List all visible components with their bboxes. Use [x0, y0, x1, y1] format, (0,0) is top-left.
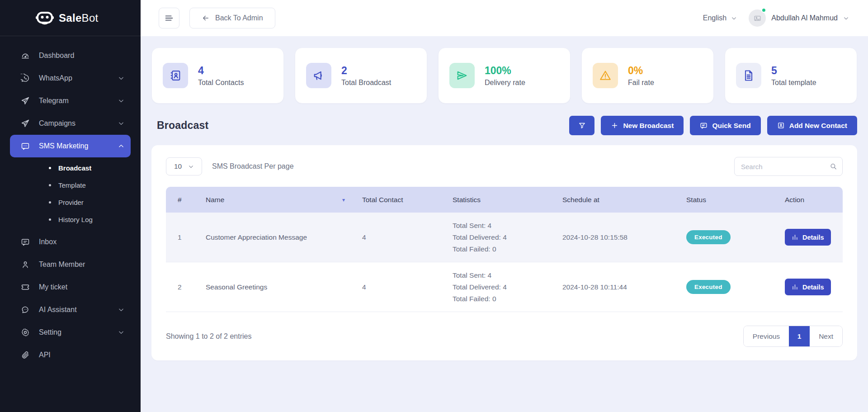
- per-page-value: 10: [174, 162, 182, 170]
- user-menu[interactable]: Abdullah Al Mahmud: [749, 9, 849, 27]
- total-delivered: Total Delivered: 4: [453, 232, 553, 243]
- sidebar-item-inbox[interactable]: Inbox: [10, 231, 131, 253]
- brand-logo[interactable]: SaleBot: [0, 0, 141, 36]
- table-footer: Showing 1 to 2 of 2 entries Previous 1 N…: [166, 326, 843, 347]
- back-to-admin-label: Back To Admin: [215, 14, 263, 22]
- stat-value: 0%: [628, 64, 654, 77]
- entries-summary: Showing 1 to 2 of 2 entries: [166, 332, 251, 341]
- column-header-action: Action: [780, 196, 843, 204]
- team-icon: [21, 260, 30, 269]
- column-header-schedule-at: Schedule at: [558, 196, 682, 204]
- broadcast-name: Customer Appreciation Message: [201, 233, 358, 242]
- bar-chart-icon: [792, 234, 798, 241]
- bar-chart-icon: [792, 284, 798, 290]
- details-label: Details: [802, 284, 824, 291]
- document-icon: [736, 63, 761, 88]
- column-header-total-contact: Total Contact: [358, 196, 448, 204]
- details-button[interactable]: Details: [785, 229, 831, 246]
- schedule-at-value: 2024-10-28 10:15:58: [558, 233, 682, 242]
- chevron-down-icon: [118, 98, 124, 104]
- plus-icon: [611, 122, 618, 129]
- chevron-down-icon: [118, 307, 124, 313]
- column-header-index: #: [166, 196, 201, 204]
- chevron-down-icon: [118, 75, 124, 81]
- total-failed: Total Failed: 0: [453, 243, 553, 255]
- next-page-button[interactable]: Next: [810, 326, 842, 346]
- contact-card-icon: [777, 122, 785, 129]
- image-placeholder-icon: [754, 14, 761, 22]
- add-new-contact-button[interactable]: Add New Contact: [767, 116, 857, 135]
- section-head: Broadcast New Broadcast Quick Send: [157, 116, 857, 135]
- funnel-icon: [578, 122, 586, 129]
- submenu-item-template[interactable]: Template: [10, 176, 131, 194]
- sidebar-item-setting[interactable]: Setting: [10, 321, 131, 344]
- sidebar-item-label: Telegram: [39, 97, 118, 105]
- search-icon: [830, 163, 837, 170]
- ticket-icon: [21, 283, 30, 292]
- inbox-icon: [21, 237, 30, 246]
- details-button[interactable]: Details: [785, 279, 831, 295]
- sidebar-item-team-member[interactable]: Team Member: [10, 253, 131, 276]
- submenu-item-provider[interactable]: Provider: [10, 194, 131, 211]
- stat-card-delivery-rate: 100% Delivery rate: [438, 47, 571, 104]
- telegram-icon: [21, 96, 30, 105]
- per-page-select[interactable]: 10: [166, 157, 202, 175]
- sidebar-item-whatsapp[interactable]: WhatsApp: [10, 67, 131, 90]
- sidebar-item-my-ticket[interactable]: My ticket: [10, 276, 131, 298]
- sidebar-item-ai-assistant[interactable]: AI Assistant: [10, 298, 131, 321]
- sidebar-item-telegram[interactable]: Telegram: [10, 90, 131, 112]
- gear-icon: [21, 328, 30, 337]
- total-sent: Total Sent: 4: [453, 270, 553, 281]
- sidebar-item-sms-marketing[interactable]: SMS Marketing: [10, 135, 131, 157]
- submenu-label: Broadcast: [58, 164, 91, 172]
- sidebar-item-api[interactable]: API: [10, 344, 131, 366]
- back-to-admin-button[interactable]: Back To Admin: [189, 8, 275, 28]
- app-root: SaleBot Dashboard WhatsApp Telegram Camp…: [0, 0, 868, 412]
- new-broadcast-label: New Broadcast: [623, 122, 674, 130]
- top-bar: Back To Admin English Abdullah Al Mahmud: [141, 0, 868, 36]
- online-status-dot: [761, 8, 766, 13]
- total-delivered: Total Delivered: 4: [453, 281, 553, 293]
- contacts-book-icon: [163, 63, 188, 88]
- sidebar-item-label: Inbox: [39, 238, 124, 246]
- submenu-item-broadcast[interactable]: Broadcast: [10, 159, 131, 176]
- chevron-up-icon: [118, 143, 124, 149]
- filter-button[interactable]: [569, 116, 594, 135]
- stat-card-fail-rate: 0% Fail rate: [581, 47, 714, 104]
- schedule-at-value: 2024-10-28 10:11:44: [558, 283, 682, 291]
- page-1-button[interactable]: 1: [789, 326, 810, 346]
- send-icon: [449, 63, 475, 88]
- table-row: 1 Customer Appreciation Message 4 Total …: [166, 213, 843, 262]
- language-selector[interactable]: English: [703, 14, 737, 22]
- quick-send-button[interactable]: Quick Send: [690, 116, 760, 135]
- broadcast-table: # Name ▾ Total Contact Statistics Schedu…: [166, 187, 843, 312]
- bullet-icon: [49, 184, 51, 186]
- new-broadcast-button[interactable]: New Broadcast: [601, 116, 684, 135]
- stat-value: 4: [198, 64, 244, 77]
- main-area: Back To Admin English Abdullah Al Mahmud: [141, 0, 868, 412]
- sidebar-toggle-button[interactable]: [159, 8, 179, 28]
- chevron-down-icon: [118, 329, 124, 336]
- chevron-down-icon: [188, 164, 194, 170]
- sidebar-item-label: Setting: [39, 328, 118, 336]
- ai-assistant-icon: [21, 305, 30, 314]
- sidebar-item-label: WhatsApp: [39, 74, 118, 82]
- warning-triangle-icon: [593, 63, 618, 88]
- sidebar-item-campaigns[interactable]: Campaigns: [10, 112, 131, 135]
- megaphone-icon: [306, 63, 331, 88]
- search-input[interactable]: [734, 157, 843, 176]
- chevron-down-icon: [843, 15, 849, 21]
- bullet-icon: [49, 167, 51, 169]
- submenu-item-history-log[interactable]: History Log: [10, 211, 131, 228]
- column-header-name[interactable]: Name ▾: [201, 196, 358, 204]
- sort-desc-icon[interactable]: ▾: [342, 197, 345, 203]
- sidebar: SaleBot Dashboard WhatsApp Telegram Camp…: [0, 0, 141, 412]
- sms-marketing-submenu: Broadcast Template Provider History Log: [10, 157, 131, 231]
- page-title: Broadcast: [157, 119, 208, 132]
- quick-send-label: Quick Send: [712, 122, 750, 130]
- bullet-icon: [49, 201, 51, 204]
- page-content: 4 Total Contacts 2 Total Broadcast: [141, 36, 868, 412]
- sidebar-item-dashboard[interactable]: Dashboard: [10, 44, 131, 67]
- brand-name: SaleBot: [59, 12, 99, 24]
- previous-page-button[interactable]: Previous: [744, 326, 789, 346]
